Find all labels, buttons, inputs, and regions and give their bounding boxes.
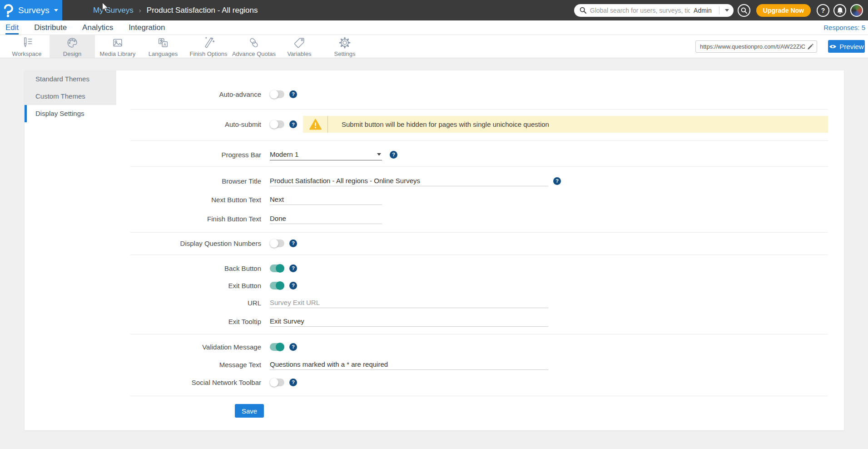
back-button-toggle[interactable] xyxy=(270,264,284,272)
search-button[interactable] xyxy=(738,4,750,17)
caret-down-icon xyxy=(377,153,381,156)
row-validation-message: Validation Message ? xyxy=(130,340,828,354)
toolbar-label: Design xyxy=(63,50,81,57)
caret-down-icon xyxy=(54,9,58,12)
global-search[interactable]: Global search for users, surveys, ticket… xyxy=(574,4,734,17)
toolbar-item-languages[interactable]: A Languages xyxy=(140,35,186,58)
search-scope-label[interactable]: Admin xyxy=(694,7,712,14)
help-icon[interactable]: ? xyxy=(289,90,297,98)
help-icon[interactable]: ? xyxy=(289,264,297,272)
divider xyxy=(130,140,828,141)
breadcrumb-my-surveys[interactable]: My Surveys xyxy=(93,6,134,15)
responses-count[interactable]: Responses: 5 xyxy=(823,24,865,31)
tab-integration[interactable]: Integration xyxy=(129,20,165,35)
toolbar-label: Languages xyxy=(149,50,178,57)
upgrade-now-button[interactable]: Upgrade Now xyxy=(756,4,811,17)
finish-button-text-input[interactable] xyxy=(270,213,382,224)
design-settings-card: Standard Themes Custom Themes Display Se… xyxy=(25,70,844,430)
exit-url-label: URL xyxy=(130,299,270,307)
survey-url: https://www.questionpro.com/t/AW22ZiOP xyxy=(700,43,805,50)
exit-button-label: Exit Button xyxy=(130,282,270,289)
tab-analytics[interactable]: Analytics xyxy=(82,20,113,35)
preview-button[interactable]: Preview xyxy=(828,40,865,53)
breadcrumb: My Surveys › Product Satisfaction - All … xyxy=(93,6,258,15)
settings-icon xyxy=(338,36,352,50)
toolbar-label: Workspace xyxy=(12,50,42,57)
row-next-button-text: Next Button Text xyxy=(130,193,828,206)
main-content: Standard Themes Custom Themes Display Se… xyxy=(0,58,868,430)
auto-submit-toggle[interactable] xyxy=(270,120,284,128)
pencil-icon[interactable] xyxy=(808,44,813,50)
preview-label: Preview xyxy=(839,43,863,50)
advance-quotas-icon xyxy=(247,36,261,50)
top-bar: Surveys My Surveys › Product Satisfactio… xyxy=(0,0,868,20)
avatar[interactable] xyxy=(850,4,863,17)
toolbar-item-settings[interactable]: Settings xyxy=(322,35,367,58)
exit-url-input[interactable] xyxy=(270,297,548,308)
toolbar-item-finish-options[interactable]: Finish Options xyxy=(186,35,231,58)
search-input[interactable]: Global search for users, surveys, ticket… xyxy=(590,7,690,14)
divider xyxy=(719,6,719,15)
progress-bar-select[interactable]: Modern 1 xyxy=(270,149,382,160)
workspace-icon xyxy=(20,36,34,50)
toolbar-label: Media Library xyxy=(100,50,136,57)
exit-button-toggle[interactable] xyxy=(270,282,284,289)
help-icon[interactable]: ? xyxy=(390,151,397,159)
surveys-menu[interactable]: Surveys xyxy=(0,0,62,20)
search-icon xyxy=(580,7,586,14)
questionpro-logo xyxy=(4,4,15,17)
toolbar-item-advance-quotas[interactable]: Advance Quotas xyxy=(231,35,277,58)
help-icon[interactable]: ? xyxy=(817,4,829,17)
toolbar-item-workspace[interactable]: Workspace xyxy=(4,35,50,58)
page-title: Product Satisfaction - All regions xyxy=(147,6,258,15)
row-exit-button: Exit Button ? xyxy=(130,279,828,292)
auto-advance-label: Auto-advance xyxy=(130,90,270,98)
app-label: Surveys xyxy=(18,5,50,15)
variables-icon xyxy=(293,36,306,50)
display-question-numbers-toggle[interactable] xyxy=(270,239,284,247)
row-auto-advance: Auto-advance ? xyxy=(130,87,828,101)
browser-title-input[interactable] xyxy=(270,175,548,186)
help-icon[interactable]: ? xyxy=(289,120,297,128)
validation-message-label: Validation Message xyxy=(130,343,270,351)
message-text-input[interactable] xyxy=(270,359,548,370)
row-finish-button-text: Finish Button Text xyxy=(130,212,828,225)
sidebar-item-custom-themes[interactable]: Custom Themes xyxy=(25,88,116,105)
tab-distribute[interactable]: Distribute xyxy=(34,20,67,35)
progress-bar-value: Modern 1 xyxy=(270,150,298,158)
sidebar-item-standard-themes[interactable]: Standard Themes xyxy=(25,70,116,88)
help-icon[interactable]: ? xyxy=(289,239,297,247)
help-icon[interactable]: ? xyxy=(289,282,297,289)
next-button-text-label: Next Button Text xyxy=(130,196,270,204)
row-exit-url: URL xyxy=(130,296,828,309)
svg-text:A: A xyxy=(164,42,166,46)
tab-edit[interactable]: Edit xyxy=(5,20,19,35)
row-display-question-numbers: Display Question Numbers ? xyxy=(130,236,828,250)
social-network-toolbar-toggle[interactable] xyxy=(270,379,284,386)
help-icon[interactable]: ? xyxy=(289,343,297,351)
search-scope-caret-icon[interactable] xyxy=(725,9,729,12)
toolbar-right: https://www.questionpro.com/t/AW22ZiOP P… xyxy=(695,35,868,58)
back-button-label: Back Button xyxy=(130,264,270,272)
help-icon[interactable]: ? xyxy=(553,177,561,185)
save-button[interactable]: Save xyxy=(235,404,264,418)
validation-message-toggle[interactable] xyxy=(270,343,284,351)
row-social-network-toolbar: Social Network Toolbar ? xyxy=(130,375,828,389)
next-button-text-input[interactable] xyxy=(270,194,382,205)
toolbar-item-design[interactable]: Design xyxy=(50,35,95,58)
toolbar-item-variables[interactable]: Variables xyxy=(277,35,322,58)
row-save: Save xyxy=(130,404,828,418)
row-back-button: Back Button ? xyxy=(130,261,828,275)
auto-advance-toggle[interactable] xyxy=(270,90,284,98)
bell-icon[interactable] xyxy=(833,4,846,17)
toolbar-item-media-library[interactable]: Media Library xyxy=(95,35,140,58)
help-icon[interactable]: ? xyxy=(289,379,297,386)
topbar-actions: Global search for users, surveys, ticket… xyxy=(574,4,868,17)
exit-tooltip-input[interactable] xyxy=(270,316,548,327)
survey-url-box[interactable]: https://www.questionpro.com/t/AW22ZiOP xyxy=(695,40,817,53)
message-text-label: Message Text xyxy=(130,361,270,369)
sidebar-item-display-settings[interactable]: Display Settings xyxy=(25,105,116,122)
row-exit-tooltip: Exit Tooltip xyxy=(130,314,828,328)
finish-options-icon xyxy=(202,36,215,50)
row-message-text: Message Text xyxy=(130,358,828,371)
